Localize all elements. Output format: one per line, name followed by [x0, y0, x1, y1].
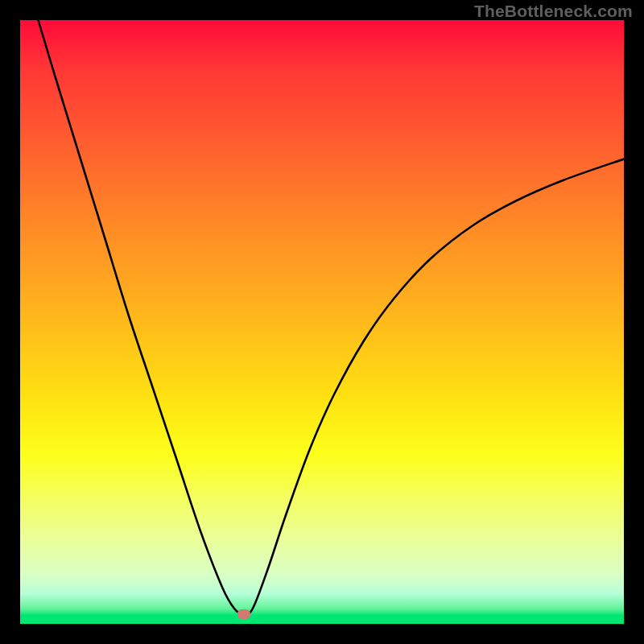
minimum-marker: [237, 609, 250, 619]
bottleneck-curve-path: [39, 20, 625, 614]
plot-area-border: [20, 20, 624, 624]
plot-area: [20, 20, 624, 624]
chart-frame: TheBottleneck.com: [0, 0, 644, 644]
curve-layer: [20, 20, 624, 624]
watermark-text: TheBottleneck.com: [474, 2, 633, 21]
